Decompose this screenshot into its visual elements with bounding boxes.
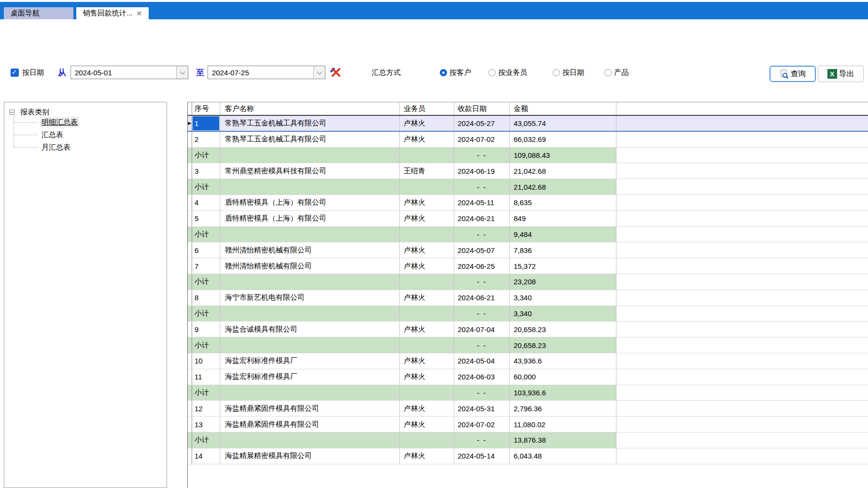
cell-amount[interactable]: 3,340 xyxy=(510,290,616,306)
cell-amount[interactable]: 9,484 xyxy=(510,227,616,242)
cell-amount[interactable]: 43,936.6 xyxy=(510,353,616,369)
cell-customer[interactable]: 赣州清怡精密机械有限公司 xyxy=(220,258,400,274)
query-button[interactable]: 查询 xyxy=(770,66,816,82)
cell-no[interactable]: 小计 xyxy=(192,274,220,290)
cell-customer[interactable]: 常州鼎坚精密模具科技有限公司 xyxy=(220,163,400,179)
cell-amount[interactable]: 849 xyxy=(510,211,616,226)
subtotal-row[interactable]: 小计- -13,876.38 xyxy=(188,432,868,448)
cell-date[interactable]: - - xyxy=(454,227,510,242)
tree-collapse-icon[interactable] xyxy=(9,110,14,115)
cell-date[interactable]: 2024-05-07 xyxy=(454,242,510,258)
cell-amount[interactable]: 109,088.43 xyxy=(510,148,616,163)
cell-amount[interactable]: 60,000 xyxy=(510,369,616,385)
cell-no[interactable]: 9 xyxy=(192,321,220,337)
subtotal-row[interactable]: 小计- -20,658.23 xyxy=(188,337,868,353)
column-header-customer[interactable]: 客户名称 xyxy=(220,102,400,115)
cell-amount[interactable]: 20,658.23 xyxy=(510,337,616,353)
radio-by-salesman[interactable]: 按业务员 xyxy=(489,66,527,79)
from-date-dropdown-icon[interactable] xyxy=(176,66,188,79)
cell-date[interactable]: - - xyxy=(454,306,510,321)
table-row[interactable]: 3常州鼎坚精密模具科技有限公司王绍青2024-06-1921,042.68 xyxy=(188,163,868,179)
radio-by-customer[interactable]: 按客户 xyxy=(440,66,471,79)
cell-amount[interactable]: 7,836 xyxy=(510,242,616,258)
cell-salesman[interactable]: 卢林火 xyxy=(400,369,454,385)
cell-customer[interactable]: 盾特精密模具（上海）有限公司 xyxy=(220,195,400,210)
cell-amount[interactable]: 3,340 xyxy=(510,306,616,321)
cell-salesman[interactable]: 卢林火 xyxy=(400,417,454,432)
table-row[interactable]: 7赣州清怡精密机械有限公司卢林火2024-06-2515,372 xyxy=(188,258,868,274)
cell-salesman[interactable]: 王绍青 xyxy=(400,163,454,179)
cell-date[interactable]: 2024-06-19 xyxy=(454,163,510,179)
column-header-no[interactable]: 序号 xyxy=(192,102,220,115)
cell-date[interactable]: - - xyxy=(454,179,510,195)
export-button[interactable]: X 导出 xyxy=(818,66,864,82)
radio-unselected-icon[interactable] xyxy=(489,69,496,76)
column-header-salesman[interactable]: 业务员 xyxy=(400,102,454,115)
cell-no[interactable]: 小计 xyxy=(192,179,220,195)
subtotal-row[interactable]: 小计- -3,340 xyxy=(188,306,868,322)
cell-salesman[interactable]: 卢林火 xyxy=(400,242,454,258)
cell-customer[interactable]: 海盐精展精密模具有限公司 xyxy=(220,448,400,464)
cell-salesman[interactable] xyxy=(400,337,454,353)
cell-date[interactable]: 2024-07-02 xyxy=(454,132,510,147)
cell-no[interactable]: 6 xyxy=(192,242,220,258)
cell-amount[interactable]: 66,032.69 xyxy=(510,132,616,147)
cell-no[interactable]: 小计 xyxy=(192,306,220,321)
cell-salesman[interactable]: 卢林火 xyxy=(400,321,454,337)
cell-customer[interactable]: 常熟琴工五金机械工具有限公司 xyxy=(220,116,400,131)
cell-customer[interactable]: 海盐宏利标准件模具厂 xyxy=(220,369,400,385)
cell-salesman[interactable]: 卢林火 xyxy=(400,290,454,306)
table-row[interactable]: 6赣州清怡精密机械有限公司卢林火2024-05-077,836 xyxy=(188,242,868,258)
cell-date[interactable]: 2024-05-31 xyxy=(454,401,510,416)
column-header-amount[interactable]: 金额 xyxy=(510,102,616,115)
cell-amount[interactable]: 23,208 xyxy=(510,274,616,290)
cell-date[interactable]: - - xyxy=(454,385,510,401)
cell-customer[interactable] xyxy=(220,179,400,195)
radio-selected-icon[interactable] xyxy=(440,69,447,76)
cell-no[interactable]: 13 xyxy=(192,417,220,432)
cell-no[interactable]: 小计 xyxy=(192,432,220,448)
cell-customer[interactable] xyxy=(220,432,400,448)
cell-date[interactable]: 2024-05-14 xyxy=(454,448,510,464)
cell-date[interactable]: 2024-05-04 xyxy=(454,353,510,369)
cell-customer[interactable]: 常熟琴工五金机械工具有限公司 xyxy=(220,132,400,147)
table-row[interactable]: ▶1常熟琴工五金机械工具有限公司卢林火2024-05-2743,055.74 xyxy=(188,116,868,132)
subtotal-row[interactable]: 小计- -23,208 xyxy=(188,274,868,290)
cell-no[interactable]: 5 xyxy=(192,211,220,226)
cell-amount[interactable]: 13,876.38 xyxy=(510,432,616,448)
table-row[interactable]: 2常熟琴工五金机械工具有限公司卢林火2024-07-0266,032.69 xyxy=(188,132,868,148)
cell-customer[interactable] xyxy=(220,306,400,321)
table-row[interactable]: 12海盐精鼎紧固件模具有限公司卢林火2024-05-312,796.36 xyxy=(188,401,868,417)
table-row[interactable]: 9海盐合诚模具有限公司卢林火2024-07-0420,658.23 xyxy=(188,321,868,337)
sidebar-item-summary[interactable]: 汇总表 xyxy=(40,129,65,140)
table-row[interactable]: 8海宁市新艺机电有限公司卢林火2024-06-213,340 xyxy=(188,290,868,306)
cell-customer[interactable] xyxy=(220,337,400,353)
cell-amount[interactable]: 103,936.6 xyxy=(510,385,616,401)
cell-date[interactable]: - - xyxy=(454,432,510,448)
column-header-date[interactable]: 收款日期 xyxy=(454,102,510,115)
cell-amount[interactable]: 6,043.48 xyxy=(510,448,616,464)
cell-no[interactable]: 小计 xyxy=(192,227,220,242)
subtotal-row[interactable]: 小计- -109,088.43 xyxy=(188,148,868,164)
cell-no[interactable]: 11 xyxy=(192,369,220,385)
cell-amount[interactable]: 8,635 xyxy=(510,195,616,210)
tab-sales-payment-report[interactable]: 销售回款统计... ✕ xyxy=(76,7,149,19)
cell-customer[interactable] xyxy=(220,385,400,401)
cell-date[interactable]: 2024-07-04 xyxy=(454,321,510,337)
cell-salesman[interactable]: 卢林火 xyxy=(400,258,454,274)
table-row[interactable]: 13海盐精鼎紧固件模具有限公司卢林火2024-07-0211,080.02 xyxy=(188,417,868,432)
sidebar-item-monthly-summary[interactable]: 月汇总表 xyxy=(40,142,72,153)
cell-amount[interactable]: 15,372 xyxy=(510,258,616,274)
from-date-combo[interactable]: 2024-05-01 xyxy=(70,66,188,79)
to-date-dropdown-icon[interactable] xyxy=(313,66,325,79)
radio-unselected-icon[interactable] xyxy=(604,69,612,76)
cell-no[interactable]: 10 xyxy=(192,353,220,369)
cell-no[interactable]: 2 xyxy=(192,132,220,147)
cell-date[interactable]: 2024-05-27 xyxy=(454,116,510,131)
cell-customer[interactable]: 盾特精密模具（上海）有限公司 xyxy=(220,211,400,226)
table-row[interactable]: 4盾特精密模具（上海）有限公司卢林火2024-05-118,635 xyxy=(188,195,868,211)
cell-no[interactable]: 小计 xyxy=(192,385,220,401)
cell-customer[interactable]: 海盐精鼎紧固件模具有限公司 xyxy=(220,417,400,432)
cell-amount[interactable]: 11,080.02 xyxy=(510,417,616,432)
subtotal-row[interactable]: 小计- -21,042.68 xyxy=(188,179,868,195)
